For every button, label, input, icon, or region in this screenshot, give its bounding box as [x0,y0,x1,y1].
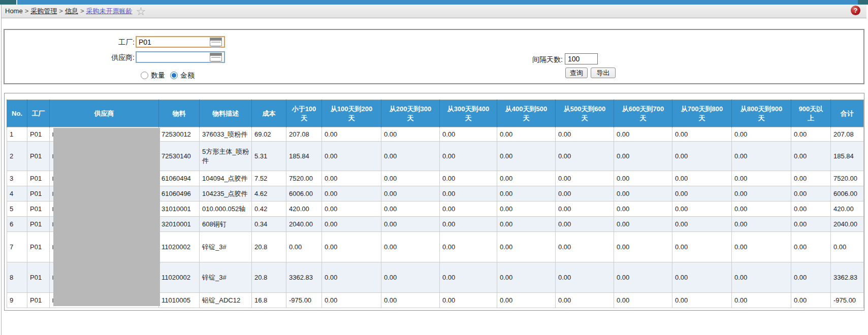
radio-quantity-label: 数量 [151,71,165,79]
column-header: 从300天到400 天 [440,100,497,127]
table-cell: 207.08 [286,127,322,142]
interval-days-input[interactable]: 100 [565,53,598,64]
factory-input[interactable]: P01 [136,36,225,48]
table-cell: 11020002 [159,232,200,262]
table-cell: 72530012 [159,127,200,142]
table-cell: 2040.00 [831,217,864,232]
table-cell: 0.00 [732,217,791,232]
table-cell: 3362.83 [286,262,322,293]
table-cell: 11010005 [159,293,200,308]
table-cell: 2 [7,142,27,171]
table-cell: 376033_喷粉件 [200,127,252,142]
table-cell: 0.00 [497,142,556,171]
table-cell: P01 [27,171,50,186]
table-cell: P01 [27,202,50,217]
top-strip-left-block [0,0,17,5]
table-cell: 0.00 [440,232,497,262]
table-cell: 69.02 [252,127,286,142]
table-cell: 0.00 [791,262,831,293]
table-cell: 9 [7,293,27,308]
table-cell: 0.00 [286,232,322,262]
table-cell: 0.00 [497,186,556,202]
table-cell: 0.00 [791,217,831,232]
table-cell: 0.00 [381,186,440,202]
table-cell: 0.00 [556,262,614,293]
table-cell: 5 [7,202,27,217]
table-cell: 1 [7,127,27,142]
table-cell: 0.00 [556,127,614,142]
table-cell: 0.00 [614,142,672,171]
radio-amount[interactable] [170,72,178,79]
radio-quantity[interactable] [141,72,148,79]
table-cell: 0.00 [440,262,497,293]
table-cell: 7520.00 [831,171,864,186]
query-button[interactable]: 查询 [565,68,588,78]
breadcrumb: Home>采购管理>信息>采购未开票账龄☆? [2,5,866,18]
column-header: 从400天到500 天 [497,100,556,127]
table-cell: P01 [27,142,50,171]
filter-panel: 工厂: P01 供应商: 数量金额 间隔天数: 100 查询 导出 [4,29,864,84]
breadcrumb-purchase-mgmt[interactable]: 采购管理 [30,7,57,15]
table-cell: 0.00 [732,262,791,293]
column-header: 从700天到800 天 [672,100,732,127]
table-cell: 0.00 [381,293,440,308]
table-cell: 3 [7,171,27,186]
table-cell: 0.00 [672,262,732,293]
lookup-table-icon[interactable] [210,38,222,46]
table-cell: 31010001 [159,202,200,217]
table-cell: 8 [7,262,27,293]
table-cell: 铝锭_ADC12 [200,293,252,308]
table-cell: 0.00 [381,202,440,217]
table-cell: -975.00 [831,293,864,308]
column-header: 物料描述 [200,100,252,127]
table-cell: 0.00 [672,186,732,202]
table-cell: 0.00 [556,202,614,217]
table-cell: 010.000.052轴 [200,202,252,217]
table-cell: 0.00 [614,217,672,232]
table-cell: 0.00 [614,262,672,293]
factory-input-value: P01 [139,38,151,47]
breadcrumb-separator: > [59,7,63,15]
breadcrumb-info[interactable]: 信息 [65,7,78,15]
table-cell: 7 [7,232,27,262]
table-cell: 0.00 [614,202,672,217]
lookup-table-icon[interactable] [210,53,222,61]
favorite-star-icon[interactable]: ☆ [136,5,146,18]
table-cell: 6006.00 [831,186,864,202]
table-cell: 锌锭_3# [200,232,252,262]
breadcrumb-home[interactable]: Home [5,7,23,15]
supplier-redaction-overlay [53,128,160,306]
column-header: 从200天到300 天 [381,100,440,127]
table-cell: 0.00 [556,232,614,262]
column-header: 从100天到200 天 [322,100,381,127]
table-cell: 0.00 [440,142,497,171]
table-cell: 6006.00 [286,186,322,202]
table-cell: 锌锭_3# [200,262,252,293]
table-cell: 0.00 [440,217,497,232]
table-cell: 20.8 [252,262,286,293]
table-cell: 0.00 [497,217,556,232]
interval-days-label: 间隔天数: [487,54,563,65]
table-cell: P01 [27,232,50,262]
table-cell: 185.84 [286,142,322,171]
supplier-input[interactable] [136,51,225,63]
table-cell: 0.00 [556,142,614,171]
table-cell: 0.00 [732,127,791,142]
table-cell: 0.00 [791,232,831,262]
column-header: 供应商 [50,100,159,127]
breadcrumb-separator: > [25,7,29,15]
help-icon[interactable]: ? [851,6,860,15]
breadcrumb-current-page[interactable]: 采购未开票账龄 [86,7,132,15]
column-header: 合计 [831,100,864,127]
table-cell: 2040.00 [286,217,322,232]
export-button[interactable]: 导出 [591,68,616,78]
column-header: 从600天到700 天 [614,100,672,127]
column-header: 物料 [159,100,200,127]
table-cell: 0.00 [732,293,791,308]
table-cell: 0.00 [614,186,672,202]
table-cell: 0.00 [791,142,831,171]
factory-label: 工厂: [66,37,135,47]
table-cell: 0.00 [556,171,614,186]
column-header: No. [7,100,27,127]
table-cell: 0.00 [322,171,381,186]
